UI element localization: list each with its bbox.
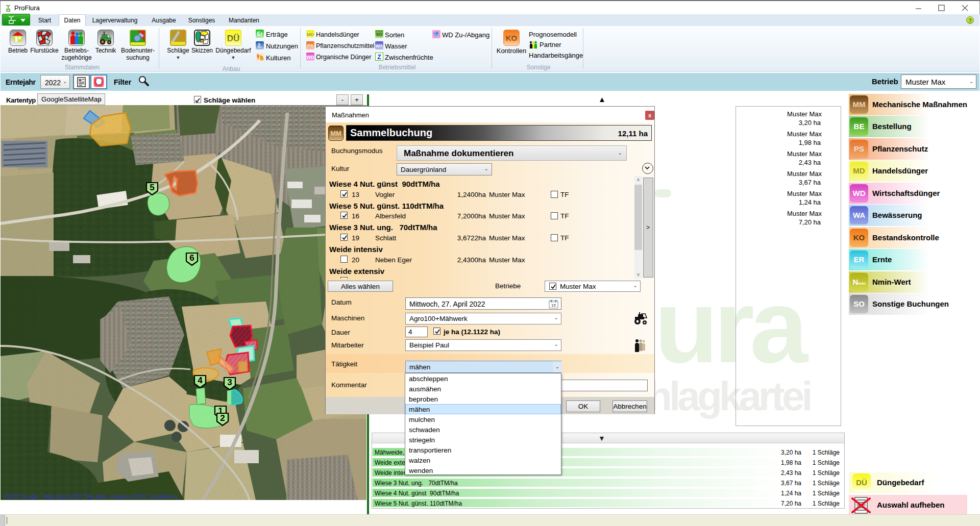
svg-text:4: 4 — [198, 375, 203, 385]
svg-text:SO: SO — [376, 32, 382, 37]
svg-text:3: 3 — [227, 378, 232, 387]
svg-text:2.: 2. — [258, 43, 262, 48]
svg-text:DÜ: DÜ — [227, 34, 240, 43]
svg-text:KO: KO — [506, 34, 518, 42]
svg-text:Z: Z — [377, 54, 381, 61]
svg-text:WA: WA — [376, 43, 383, 48]
svg-text:5: 5 — [150, 183, 154, 192]
svg-text:2: 2 — [220, 413, 225, 423]
svg-text:15: 15 — [551, 303, 556, 308]
svg-text:PS: PS — [307, 43, 313, 48]
svg-text:MD: MD — [307, 32, 314, 37]
svg-text:WD: WD — [307, 55, 314, 60]
svg-text:Er: Er — [257, 31, 263, 37]
svg-text:6: 6 — [189, 253, 194, 263]
